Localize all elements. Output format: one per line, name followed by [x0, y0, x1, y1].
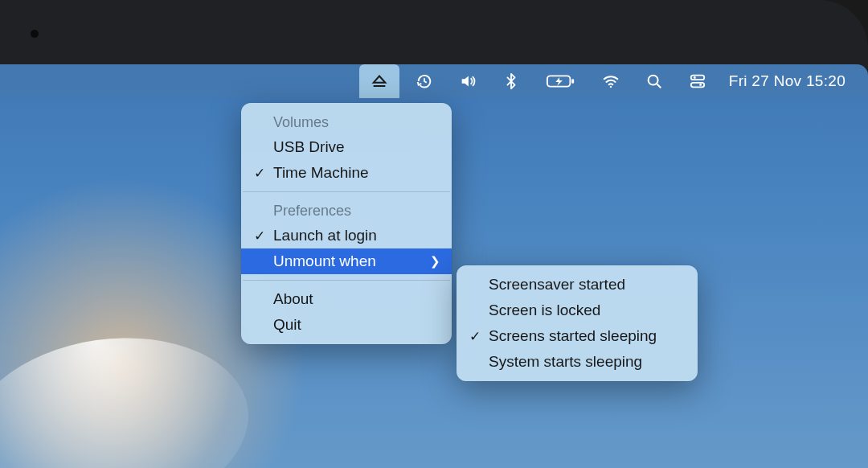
- eject-icon: [371, 72, 388, 90]
- chevron-right-icon: ❯: [430, 254, 440, 269]
- submenu-item-label: Screensaver started: [489, 276, 625, 294]
- desktop-screen: Fri 27 Nov 15:20 Volumes USB Drive ✓ Tim…: [0, 64, 868, 468]
- check-icon: ✓: [254, 165, 265, 182]
- submenu-item-screens-started-sleeping[interactable]: ✓ Screens started sleeping: [457, 323, 698, 349]
- check-icon: ✓: [254, 228, 265, 244]
- submenu-item-label: System starts sleeping: [489, 353, 642, 371]
- dropdown-item-label: Unmount when: [273, 252, 376, 270]
- eject-dropdown-menu: Volumes USB Drive ✓ Time Machine Prefere…: [241, 103, 452, 344]
- device-frame: Fri 27 Nov 15:20 Volumes USB Drive ✓ Tim…: [0, 0, 868, 468]
- control-center-icon: [689, 72, 706, 90]
- volume-icon: [459, 72, 477, 90]
- timemachine-menubar-item[interactable]: [406, 64, 443, 98]
- svg-rect-2: [571, 79, 574, 84]
- dropdown-item-label: Quit: [273, 316, 301, 334]
- bluetooth-menubar-item[interactable]: [493, 64, 530, 98]
- wifi-icon: [602, 72, 620, 90]
- dropdown-item-label: Launch at login: [273, 227, 377, 244]
- camera-dot: [31, 30, 39, 38]
- submenu-item-screensaver-started[interactable]: Screensaver started: [457, 272, 698, 298]
- check-icon: ✓: [469, 328, 481, 345]
- wifi-menubar-item[interactable]: [592, 64, 629, 98]
- menu-separator: [243, 191, 450, 192]
- battery-menubar-item[interactable]: [536, 64, 586, 98]
- control-center-menubar-item[interactable]: [679, 64, 716, 98]
- dropdown-item-time-machine[interactable]: ✓ Time Machine: [241, 160, 452, 186]
- dropdown-section-preferences: Preferences: [241, 198, 452, 223]
- menu-separator: [243, 280, 450, 281]
- timemachine-icon: [416, 72, 433, 90]
- svg-rect-6: [690, 76, 704, 80]
- svg-point-7: [694, 76, 696, 79]
- search-icon: [645, 72, 663, 90]
- eject-menubar-item[interactable]: [359, 64, 399, 98]
- dropdown-item-label: USB Drive: [273, 138, 345, 156]
- submenu-item-screen-is-locked[interactable]: Screen is locked: [457, 298, 698, 323]
- submenu-item-label: Screens started sleeping: [489, 327, 657, 345]
- dropdown-item-usb-drive[interactable]: USB Drive: [241, 134, 452, 160]
- dropdown-section-volumes: Volumes: [241, 109, 452, 134]
- menubar-clock[interactable]: Fri 27 Nov 15:20: [723, 72, 845, 90]
- dropdown-item-unmount-when[interactable]: Unmount when ❯: [241, 248, 452, 274]
- dropdown-item-quit[interactable]: Quit: [241, 312, 452, 338]
- dropdown-item-about[interactable]: About: [241, 286, 452, 312]
- menu-bar: Fri 27 Nov 15:20: [0, 64, 868, 98]
- svg-point-4: [648, 76, 657, 85]
- bluetooth-icon: [502, 72, 520, 90]
- submenu-item-system-starts-sleeping[interactable]: System starts sleeping: [457, 349, 698, 375]
- dropdown-item-launch-at-login[interactable]: ✓ Launch at login: [241, 223, 452, 248]
- svg-point-3: [610, 86, 612, 88]
- volume-menubar-item[interactable]: [449, 64, 486, 98]
- spotlight-menubar-item[interactable]: [636, 64, 673, 98]
- svg-rect-8: [690, 83, 704, 88]
- dropdown-item-label: Time Machine: [273, 164, 369, 182]
- svg-line-5: [657, 84, 661, 88]
- svg-point-9: [699, 84, 702, 86]
- battery-charging-icon: [546, 72, 576, 90]
- submenu-item-label: Screen is locked: [489, 302, 600, 319]
- dropdown-item-label: About: [273, 290, 313, 308]
- unmount-when-submenu: Screensaver started Screen is locked ✓ S…: [457, 265, 698, 381]
